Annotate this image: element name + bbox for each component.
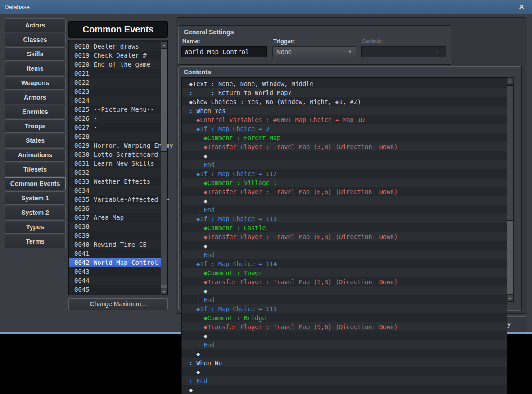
close-icon[interactable]: ✕ xyxy=(516,2,527,13)
sidebar-item-classes[interactable]: Classes xyxy=(5,33,66,46)
event-list-row[interactable]: 0038 xyxy=(69,222,161,231)
event-command-line[interactable]: ◆ xyxy=(182,241,507,250)
sidebar-item-armors[interactable]: Armors xyxy=(5,91,66,104)
event-list-row[interactable]: 0043 xyxy=(69,267,161,276)
event-command-line[interactable]: ◆If : Map Choice = 2 xyxy=(182,124,507,133)
event-id: 0024 xyxy=(69,97,90,104)
name-input[interactable]: World Map Control xyxy=(181,46,267,57)
event-command-line[interactable]: : End xyxy=(182,340,507,349)
event-list-row[interactable]: 0039 xyxy=(69,231,161,240)
scroll-down-icon[interactable]: ▼ xyxy=(507,294,514,302)
event-id: 0026 xyxy=(69,115,90,122)
event-list-row[interactable]: 0034 xyxy=(69,186,161,195)
event-list-row[interactable]: 0029Horror: Warping Enemy xyxy=(69,141,161,150)
scroll-up-icon[interactable]: ▲ xyxy=(161,41,167,49)
event-list-row[interactable]: 0040Rewind Time CE xyxy=(69,240,161,249)
event-command-line[interactable]: : End xyxy=(182,205,507,214)
event-list-scrollbar[interactable]: ▲ ▼ xyxy=(161,41,167,295)
event-command-line[interactable]: ◆If : Map Choice = 115 xyxy=(182,304,507,313)
event-command-line[interactable]: : End xyxy=(182,376,507,385)
sidebar-item-tilesets[interactable]: Tilesets xyxy=(5,163,66,176)
event-list[interactable]: 0018Dealer draws0019Check Dealer #0020En… xyxy=(68,40,168,295)
event-list-row[interactable]: 0022 xyxy=(69,78,161,87)
ellipsis-button[interactable]: ··· xyxy=(435,47,442,57)
event-list-row[interactable]: 0031Learn New Skills xyxy=(69,159,161,168)
scrollbar-thumb[interactable] xyxy=(161,151,167,285)
sidebar-item-troops[interactable]: Troops xyxy=(5,119,66,133)
sidebar-item-system-1[interactable]: System 1 xyxy=(5,191,66,205)
event-list-row[interactable]: 0025--Picture Menu-- xyxy=(69,105,161,114)
sidebar-item-skills[interactable]: Skills xyxy=(5,47,66,61)
event-command-line[interactable]: : End xyxy=(182,160,507,169)
event-list-row[interactable]: 0021 xyxy=(69,69,161,78)
event-command-line[interactable]: ◆ xyxy=(182,367,507,376)
event-command-line[interactable]: ◆ xyxy=(182,331,507,340)
event-list-row[interactable]: 0036 xyxy=(69,204,161,213)
event-command-line[interactable]: ◆If : Map Choice = 114 xyxy=(182,259,507,268)
event-list-row[interactable]: 0045 xyxy=(69,285,161,294)
event-command-line[interactable]: ◆ xyxy=(182,151,507,160)
event-list-row[interactable]: 0035Variable-Affected s⋯ xyxy=(69,195,161,204)
sidebar-item-weapons[interactable]: Weapons xyxy=(5,76,66,90)
event-command-line[interactable]: ◆ xyxy=(182,196,507,205)
event-command-line[interactable]: ◆Comment : Castle xyxy=(182,223,507,232)
event-command-line[interactable]: ◆Transfer Player : Travel Map (9,6) (Dir… xyxy=(182,322,507,331)
event-command-line[interactable]: ◆Control Variables : #0001 Map Choice = … xyxy=(182,115,507,124)
event-command-line[interactable]: : End xyxy=(182,250,507,259)
sidebar-item-enemies[interactable]: Enemies xyxy=(5,105,66,118)
sidebar-item-animations[interactable]: Animations xyxy=(5,148,66,162)
event-list-row[interactable]: 0023 xyxy=(69,87,161,96)
event-list-row[interactable]: 0033Weather Effects xyxy=(69,177,161,186)
event-command-line[interactable]: ◆Transfer Player : Travel Map (3,8) (Dir… xyxy=(182,142,507,151)
event-command-line[interactable]: : End xyxy=(182,295,507,304)
event-command-line[interactable]: ◆ xyxy=(182,349,507,358)
event-list-row[interactable]: 0020End of the game xyxy=(69,60,161,69)
event-command-line[interactable]: : : Return to World Map? xyxy=(182,88,507,97)
event-list-row[interactable]: 0027- xyxy=(69,123,161,132)
event-list-row[interactable]: 0032 xyxy=(69,168,161,177)
event-command-line[interactable]: ◆Comment : Tower xyxy=(182,268,507,277)
scroll-up-icon[interactable]: ▲ xyxy=(507,77,514,85)
event-command-line[interactable]: ◆If : Map Choice = 113 xyxy=(182,214,507,223)
event-command-line[interactable]: ◆Transfer Player : Travel Map (9,3) (Dir… xyxy=(182,277,507,286)
event-list-row[interactable]: 0042World Map Control xyxy=(69,258,161,267)
event-list-row[interactable]: 0018Dealer draws xyxy=(69,42,161,51)
event-command-line[interactable]: ◆If : Map Choice = 112 xyxy=(182,169,507,178)
change-maximum-button[interactable]: Change Maximum... xyxy=(68,298,168,310)
event-list-row[interactable]: 0026- xyxy=(69,114,161,123)
sidebar-item-types[interactable]: Types xyxy=(5,220,66,234)
event-command-line[interactable]: ◆Transfer Player : Travel Map (6,6) (Dir… xyxy=(182,187,507,196)
event-command-line[interactable]: ◆Comment : Forest Map xyxy=(182,133,507,142)
event-commands-list[interactable]: ◆Text : None, None, Window, Middle: : Re… xyxy=(181,77,507,394)
switch-field[interactable]: ··· xyxy=(361,46,446,57)
database-window: Database ✕ ActorsClassesSkillsItemsWeapo… xyxy=(0,0,532,394)
event-command-line[interactable]: : When Yes xyxy=(182,106,507,115)
title-bar[interactable]: Database ✕ xyxy=(0,0,532,14)
event-list-row[interactable]: 0041 xyxy=(69,249,161,258)
event-list-row[interactable]: 0044 xyxy=(69,276,161,285)
event-list-row[interactable]: 0028 xyxy=(69,132,161,141)
sidebar-item-states[interactable]: States xyxy=(5,134,66,147)
sidebar-item-system-2[interactable]: System 2 xyxy=(5,206,66,219)
event-command-line[interactable]: ◆Text : None, None, Window, Middle xyxy=(182,79,507,88)
sidebar-item-terms[interactable]: Terms xyxy=(5,235,66,248)
scrollbar-thumb[interactable] xyxy=(507,85,514,221)
trigger-dropdown[interactable]: None ▼ xyxy=(272,46,356,57)
event-list-row[interactable]: 0024 xyxy=(69,96,161,105)
scroll-down-icon[interactable]: ▼ xyxy=(161,288,167,295)
sidebar-item-actors[interactable]: Actors xyxy=(5,18,66,32)
contents-scrollbar[interactable]: ▲ ▼ xyxy=(507,77,514,302)
sidebar-item-items[interactable]: Items xyxy=(5,62,66,75)
event-command-line[interactable]: ◆Comment : Bridge xyxy=(182,313,507,322)
event-command-line[interactable]: ◆ xyxy=(182,385,507,394)
event-list-row[interactable]: 0019Check Dealer # xyxy=(69,51,161,60)
event-list-row[interactable]: 0037Area Map xyxy=(69,213,161,222)
event-command-line[interactable]: ◆ xyxy=(182,286,507,295)
event-list-row[interactable]: 0030Lotto Scratchcard xyxy=(69,150,161,159)
event-command-line[interactable]: ◆Transfer Player : Travel Map (6,3) (Dir… xyxy=(182,232,507,241)
event-id: 0023 xyxy=(69,88,90,95)
event-command-line[interactable]: ◆Show Choices : Yes, No (Window, Right, … xyxy=(182,97,507,106)
sidebar-item-common-events[interactable]: Common Events xyxy=(5,177,66,190)
event-command-line[interactable]: : When No xyxy=(182,358,507,367)
event-command-line[interactable]: ◆Comment : Village 1 xyxy=(182,178,507,187)
